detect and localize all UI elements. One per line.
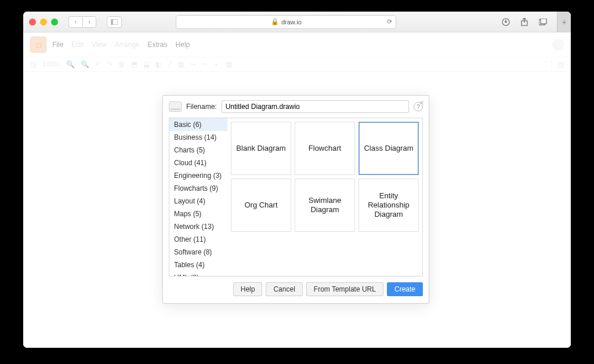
dialog-body: Basic (6)Business (14)Charts (5)Cloud (4… bbox=[169, 118, 423, 276]
downloads-icon[interactable] bbox=[499, 16, 513, 28]
template-tile[interactable]: Org Chart bbox=[231, 179, 291, 232]
address-text: draw.io bbox=[281, 19, 302, 26]
category-list[interactable]: Basic (6)Business (14)Charts (5)Cloud (4… bbox=[169, 118, 227, 276]
forward-button[interactable]: › bbox=[82, 16, 96, 28]
category-item[interactable]: Layout (4) bbox=[169, 195, 227, 208]
help-button[interactable]: Help bbox=[233, 282, 263, 296]
template-label: Swimlane Diagram bbox=[295, 196, 354, 215]
category-item[interactable]: Flowcharts (9) bbox=[169, 182, 227, 195]
svg-rect-5 bbox=[541, 19, 546, 24]
new-diagram-dialog: × Filename: ? Basic (6)Business (14)Char… bbox=[162, 95, 429, 304]
dialog-header: Filename: ? bbox=[169, 100, 423, 113]
harddrive-icon bbox=[169, 101, 182, 112]
reload-icon[interactable]: ⟳ bbox=[387, 18, 392, 26]
template-tile[interactable]: Flowchart bbox=[295, 122, 355, 175]
filename-label: Filename: bbox=[186, 103, 217, 111]
category-item[interactable]: Basic (6) bbox=[169, 118, 227, 131]
template-tile[interactable]: Class Diagram bbox=[358, 122, 419, 175]
template-label: Entity Relationship Diagram bbox=[359, 191, 418, 220]
template-tile[interactable]: Swimlane Diagram bbox=[295, 179, 355, 232]
category-item[interactable]: Engineering (3) bbox=[169, 169, 227, 182]
category-item[interactable]: Tables (4) bbox=[169, 259, 227, 271]
dialog-footer: Help Cancel From Template URL Create bbox=[169, 282, 423, 296]
share-icon[interactable] bbox=[517, 16, 531, 28]
tabs-icon[interactable] bbox=[536, 16, 550, 28]
new-tab-button[interactable]: + bbox=[557, 12, 571, 32]
template-tile[interactable]: Blank Diagram bbox=[231, 122, 291, 175]
create-button[interactable]: Create bbox=[387, 282, 423, 296]
template-label: Org Chart bbox=[244, 201, 277, 210]
category-item[interactable]: Business (14) bbox=[169, 131, 227, 144]
category-item[interactable]: UML (8) bbox=[169, 271, 227, 276]
address-bar[interactable]: 🔒 draw.io ⟳ bbox=[176, 15, 396, 29]
lock-icon: 🔒 bbox=[271, 18, 279, 26]
window-close-button[interactable] bbox=[29, 19, 36, 26]
svg-rect-1 bbox=[111, 19, 113, 25]
category-item[interactable]: Charts (5) bbox=[169, 144, 227, 156]
window-maximize-button[interactable] bbox=[51, 19, 58, 26]
dialog-close-button[interactable]: × bbox=[419, 98, 424, 107]
template-tile[interactable]: Entity Relationship Diagram bbox=[358, 179, 419, 232]
cancel-button[interactable]: Cancel bbox=[266, 282, 302, 296]
window-minimize-button[interactable] bbox=[40, 19, 47, 26]
category-item[interactable]: Other (11) bbox=[169, 233, 227, 246]
filename-input[interactable] bbox=[222, 100, 409, 113]
category-item[interactable]: Network (13) bbox=[169, 220, 227, 233]
page-content: ⬚ File Edit View Arrange Extras Help ▤ 1… bbox=[23, 32, 571, 348]
template-label: Flowchart bbox=[309, 144, 341, 153]
titlebar: ‹ › 🔒 draw.io ⟳ + bbox=[23, 12, 571, 32]
category-item[interactable]: Cloud (41) bbox=[169, 156, 227, 169]
category-item[interactable]: Maps (5) bbox=[169, 208, 227, 220]
back-button[interactable]: ‹ bbox=[68, 16, 82, 28]
sidebar-toggle-button[interactable] bbox=[107, 16, 122, 28]
template-label: Blank Diagram bbox=[236, 144, 285, 153]
from-template-url-button[interactable]: From Template URL bbox=[306, 282, 383, 296]
sidebar-icon bbox=[111, 19, 118, 25]
nav-buttons: ‹ › bbox=[68, 16, 96, 28]
traffic-lights bbox=[29, 19, 58, 26]
titlebar-right-tools: + bbox=[499, 12, 565, 32]
category-item[interactable]: Software (8) bbox=[169, 246, 227, 259]
template-grid: Blank DiagramFlowchartClass DiagramOrg C… bbox=[227, 118, 422, 276]
template-label: Class Diagram bbox=[364, 144, 413, 153]
browser-window: ‹ › 🔒 draw.io ⟳ + ⬚ File bbox=[23, 12, 571, 348]
